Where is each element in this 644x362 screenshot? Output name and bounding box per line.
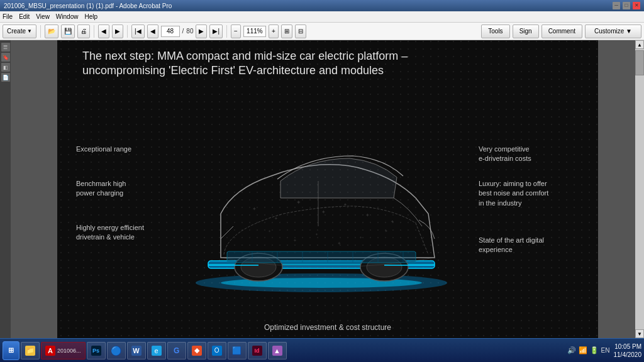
taskbar-ie[interactable]: e bbox=[147, 342, 166, 359]
language-icon: EN bbox=[601, 347, 610, 354]
close-button[interactable]: ✕ bbox=[633, 2, 640, 9]
indesign-icon: Id bbox=[252, 346, 262, 356]
sep4 bbox=[226, 25, 227, 38]
svg-text:✦: ✦ bbox=[365, 212, 370, 218]
exceptional-range-label: Exceptional range bbox=[76, 145, 131, 153]
luxury-noise-text: Luxury: aiming to offerbest noise and co… bbox=[479, 179, 579, 208]
zoom-input[interactable]: 111% bbox=[243, 26, 266, 37]
energy-efficient-text: Highly energy efficientdrivetrain & vehi… bbox=[76, 223, 177, 243]
tools-button[interactable]: Tools bbox=[481, 25, 509, 38]
svg-text:✦: ✦ bbox=[384, 229, 388, 233]
taskbar-chrome[interactable]: 🔵 bbox=[107, 342, 126, 359]
last-page-button[interactable]: ▶| bbox=[209, 25, 223, 38]
forward-button[interactable]: ▶ bbox=[112, 25, 123, 38]
luxury-noise-label: Luxury: aiming to offerbest noise and co… bbox=[479, 180, 548, 207]
clock-date: 11/4/2020 bbox=[614, 351, 642, 359]
clock[interactable]: 10:05 PM 11/4/2020 bbox=[614, 343, 642, 359]
svg-text:✦: ✦ bbox=[293, 238, 297, 243]
create-button[interactable]: Create ▼ bbox=[3, 25, 36, 38]
volume-icon[interactable]: 🔊 bbox=[567, 346, 576, 354]
taskbar-outlook[interactable]: O bbox=[208, 342, 226, 359]
taskbar: ⊞ 📁 A 201006... Ps 🔵 W e G ◆ O 🟦 Id ▲ 🔊 … bbox=[0, 338, 644, 362]
create-dropdown-icon: ▼ bbox=[27, 28, 32, 34]
benchmark-high-text: Benchmark highpower charging bbox=[76, 179, 177, 199]
print-button[interactable]: 🖨 bbox=[77, 25, 90, 38]
outlook-icon: O bbox=[212, 346, 222, 356]
taskbar-explorer[interactable]: 📁 bbox=[21, 342, 40, 359]
fit-page-button[interactable]: ⊟ bbox=[295, 25, 306, 38]
competitive-cost-label: Very competitivee-drivetrain costs bbox=[479, 145, 531, 162]
svg-text:✦: ✦ bbox=[391, 219, 394, 224]
menu-edit[interactable]: Edit bbox=[19, 13, 30, 20]
sep3 bbox=[127, 25, 128, 38]
taskbar-indesign[interactable]: Id bbox=[248, 342, 267, 359]
next-page-button[interactable]: ▶ bbox=[196, 25, 207, 38]
scroll-down-button[interactable]: ▼ bbox=[635, 329, 644, 338]
acrobat-label: 201006... bbox=[57, 348, 81, 354]
window-controls[interactable]: ─ □ ✕ bbox=[613, 2, 640, 9]
bookmarks-icon[interactable]: 🔖 bbox=[1, 53, 10, 62]
first-page-button[interactable]: |◀ bbox=[131, 25, 145, 38]
slide-title: The next step: MMA compact and mid-size … bbox=[82, 49, 573, 79]
layers-icon[interactable]: ◧ bbox=[1, 63, 10, 72]
taskbar-photoshop[interactable]: Ps bbox=[87, 342, 106, 359]
svg-text:✦: ✦ bbox=[274, 216, 278, 221]
menu-window[interactable]: Window bbox=[56, 13, 79, 20]
benchmark-high-label: Benchmark highpower charging bbox=[76, 180, 126, 197]
svg-text:✦: ✦ bbox=[359, 236, 362, 239]
word-icon: W bbox=[131, 346, 142, 356]
svg-text:✦: ✦ bbox=[252, 206, 257, 212]
sep1 bbox=[40, 25, 41, 38]
menu-bar: File Edit View Window Help bbox=[0, 11, 644, 23]
zoom-out-button[interactable]: − bbox=[231, 25, 241, 38]
fit-width-button[interactable]: ⊞ bbox=[281, 25, 292, 38]
start-button[interactable]: ⊞ bbox=[3, 341, 19, 360]
main-content-area: The next step: MMA compact and mid-size … bbox=[11, 40, 644, 338]
tray-icons: 🔊 📶 🔋 EN bbox=[567, 346, 610, 354]
digital-experience-text: State of the art digitalexperience bbox=[479, 236, 579, 255]
taskbar-google[interactable]: G bbox=[167, 342, 186, 359]
pages-icon[interactable]: 📄 bbox=[1, 73, 10, 82]
bottom-label: Optimized investment & cost structure bbox=[264, 323, 391, 332]
prev-page-button[interactable]: ◀ bbox=[147, 25, 158, 38]
side-panel: ☰ 🔖 ◧ 📄 bbox=[0, 40, 11, 338]
svg-text:✦: ✦ bbox=[321, 209, 326, 215]
taskbar-app3[interactable]: ▲ bbox=[268, 342, 287, 359]
save-button[interactable]: 💾 bbox=[61, 25, 75, 38]
clock-time: 10:05 PM bbox=[614, 343, 642, 351]
scroll-thumb[interactable] bbox=[635, 50, 644, 75]
explorer-icon: 📁 bbox=[25, 346, 35, 356]
svg-text:✦: ✦ bbox=[296, 199, 301, 206]
maximize-button[interactable]: □ bbox=[623, 2, 630, 9]
back-button[interactable]: ◀ bbox=[98, 25, 109, 38]
thumbnails-icon[interactable]: ☰ bbox=[1, 43, 10, 52]
menu-file[interactable]: File bbox=[3, 13, 13, 20]
menu-view[interactable]: View bbox=[36, 13, 50, 20]
car-svg: ✦ ✦ ✦ ✦ ✦ ✦ ✦ ✦ ✦ ✦ ✦ ✦ ✦ bbox=[170, 88, 472, 302]
page-total: 80 bbox=[186, 28, 193, 35]
acrobat-icon: A bbox=[45, 346, 55, 356]
battery-icon[interactable]: 🔋 bbox=[590, 346, 599, 354]
zoom-in-button[interactable]: + bbox=[269, 25, 279, 38]
customize-button[interactable]: Customize ▼ bbox=[585, 25, 641, 38]
app1-icon: ◆ bbox=[192, 346, 202, 356]
scroll-up-button[interactable]: ▲ bbox=[635, 40, 644, 49]
sep2 bbox=[94, 25, 94, 38]
page-input[interactable]: 48 bbox=[161, 26, 180, 37]
minimize-button[interactable]: ─ bbox=[613, 2, 620, 9]
taskbar-word[interactable]: W bbox=[127, 342, 146, 359]
sign-button[interactable]: Sign bbox=[513, 25, 539, 38]
system-tray: 🔊 📶 🔋 EN 10:05 PM 11/4/2020 bbox=[567, 343, 641, 359]
comment-button[interactable]: Comment bbox=[541, 25, 582, 38]
menu-help[interactable]: Help bbox=[84, 13, 97, 20]
slide-title-text: The next step: MMA compact and mid-size … bbox=[82, 50, 408, 77]
network-icon[interactable]: 📶 bbox=[579, 346, 587, 354]
car-image: ✦ ✦ ✦ ✦ ✦ ✦ ✦ ✦ ✦ ✦ ✦ ✦ ✦ bbox=[170, 88, 472, 302]
taskbar-acrobat[interactable]: A 201006... bbox=[41, 342, 86, 359]
title-bar: 201006_MBSU_presentation (1) (1).pdf - A… bbox=[0, 0, 644, 11]
google-icon: G bbox=[172, 346, 182, 356]
taskbar-app2[interactable]: 🟦 bbox=[228, 342, 247, 359]
taskbar-app1[interactable]: ◆ bbox=[187, 342, 206, 359]
ie-icon: e bbox=[152, 346, 162, 356]
open-button[interactable]: 📂 bbox=[45, 25, 58, 38]
